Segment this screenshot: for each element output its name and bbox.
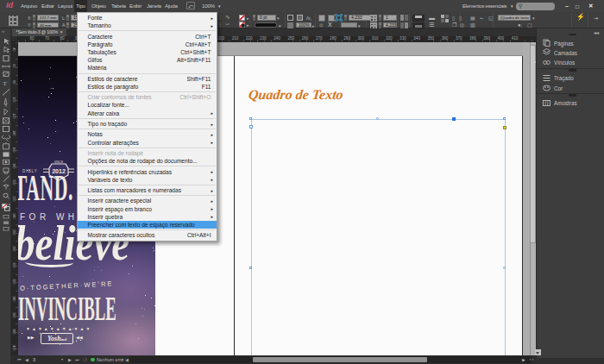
svg-text:SINCE: SINCE xyxy=(53,160,63,164)
svg-text:T: T xyxy=(3,79,7,86)
svg-text:»: » xyxy=(2,28,4,34)
